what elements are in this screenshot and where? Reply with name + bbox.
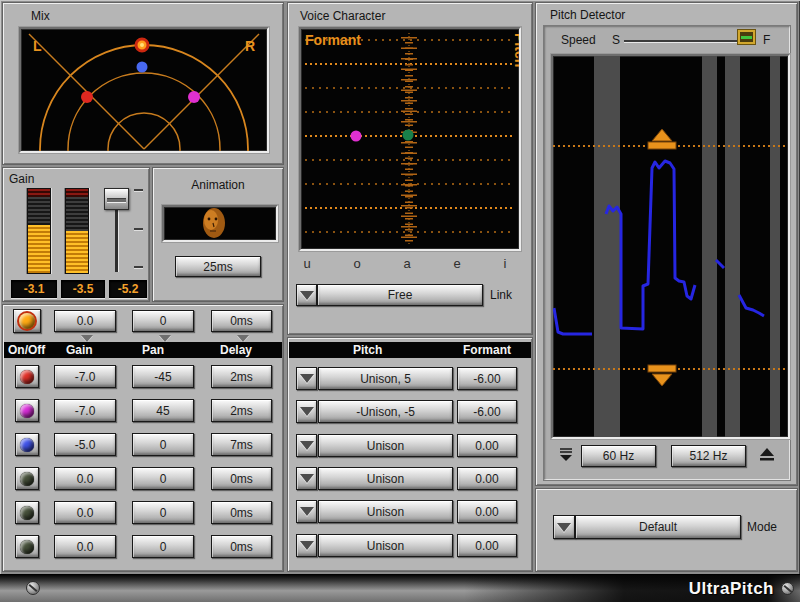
- master-pan-button[interactable]: 0: [132, 310, 194, 332]
- pitch-2-formant-button[interactable]: -6.00: [457, 400, 517, 423]
- animation-rate-button[interactable]: 25ms: [175, 256, 261, 277]
- high-threshold-marker-bar[interactable]: [648, 142, 676, 149]
- animation-panel-title: Animation: [153, 178, 283, 192]
- meter-unlit-zone: [28, 197, 50, 225]
- voice-character-dot-magenta[interactable]: [351, 131, 362, 142]
- dropdown-arrow-icon: [300, 474, 314, 483]
- low-threshold-marker-icon[interactable]: [652, 374, 672, 386]
- mix-display: L R: [19, 27, 269, 153]
- range-min-icon[interactable]: [557, 447, 575, 463]
- pitch-4-formant-button[interactable]: 0.00: [457, 467, 517, 490]
- gain-fader-value: -5.2: [109, 280, 147, 298]
- pitch-6-interval-button[interactable]: Unison: [318, 534, 453, 557]
- voice-6-onoff-button[interactable]: [15, 535, 39, 558]
- master-onoff-button[interactable]: [13, 309, 41, 333]
- voice-4-pan-button[interactable]: 0: [132, 467, 194, 490]
- voice-6-pan-button[interactable]: 0: [132, 535, 194, 558]
- header-onoff: On/Off: [8, 343, 45, 357]
- speed-slow-label: S: [612, 33, 620, 47]
- pitch-6-dropdown-button[interactable]: [296, 534, 317, 557]
- voice-3-gain-button[interactable]: -5.0: [54, 433, 116, 456]
- master-gain-button[interactable]: 0.0: [54, 310, 116, 332]
- pitch-3-interval-button[interactable]: Unison: [318, 434, 453, 457]
- fader-tick: [134, 228, 143, 230]
- voice-4-onoff-button[interactable]: [15, 467, 39, 490]
- high-frequency-button[interactable]: 512 Hz: [671, 445, 746, 467]
- link-mode-dropdown-button[interactable]: [296, 284, 317, 306]
- voice-4-delay-button[interactable]: 0ms: [211, 467, 272, 490]
- pitch-detector-title: Pitch Detector: [550, 8, 625, 22]
- master-delay-button[interactable]: 0ms: [211, 310, 272, 332]
- pitch-1-dropdown-button[interactable]: [296, 367, 317, 390]
- detector-stripe: [702, 56, 717, 437]
- gain-panel: Gain -3.1 -3.5 -5.2: [2, 167, 150, 302]
- voice-6-gain-button[interactable]: 0.0: [54, 535, 116, 558]
- voice-3-onoff-button[interactable]: [15, 433, 39, 456]
- voice-1-pan-button[interactable]: -45: [132, 365, 194, 388]
- header-pitch: Pitch: [353, 343, 382, 357]
- voice-1-delay-button[interactable]: 2ms: [211, 365, 272, 388]
- mix-left-speaker-label: L: [33, 38, 42, 54]
- speed-slider-track[interactable]: [624, 40, 740, 42]
- detector-stripe: [594, 56, 620, 437]
- pitch-5-formant-button[interactable]: 0.00: [457, 500, 517, 523]
- high-threshold-marker-icon[interactable]: [652, 129, 672, 141]
- pitch-6-formant-button[interactable]: 0.00: [457, 534, 517, 557]
- mix-panel: Mix L R: [2, 2, 284, 165]
- link-label: Link: [490, 288, 512, 302]
- voice-2-pan-button[interactable]: 45: [132, 399, 194, 422]
- link-mode-value-button[interactable]: Free: [317, 284, 483, 306]
- voice-character-dot-green[interactable]: [403, 130, 414, 141]
- low-threshold-marker-bar[interactable]: [648, 365, 676, 372]
- pitch-5-interval-button[interactable]: Unison: [318, 500, 453, 523]
- ultrapitch-plugin-window: Mix L R Gain: [0, 0, 800, 602]
- voice-2-delay-button[interactable]: 2ms: [211, 399, 272, 422]
- mix-dot-voice-red[interactable]: [81, 91, 93, 103]
- range-max-icon[interactable]: [758, 447, 776, 463]
- formant-axis-label: Formant: [305, 32, 361, 48]
- header-pan: Pan: [142, 343, 164, 357]
- header-formant: Formant: [463, 343, 511, 357]
- mode-value-button[interactable]: Default: [575, 515, 741, 539]
- pitch-3-dropdown-button[interactable]: [296, 434, 317, 457]
- pitch-detector-display: [551, 54, 790, 439]
- dropdown-arrow-icon: [300, 541, 314, 550]
- voice-5-delay-button[interactable]: 0ms: [211, 501, 272, 524]
- mix-pad-graphic: L R: [21, 29, 267, 151]
- voice-4-gain-button[interactable]: 0.0: [54, 467, 116, 490]
- voice-6-delay-button[interactable]: 0ms: [211, 535, 272, 558]
- low-frequency-button[interactable]: 60 Hz: [581, 445, 656, 467]
- speed-fast-label: F: [763, 33, 770, 47]
- pitch-4-dropdown-button[interactable]: [296, 467, 317, 490]
- range-min-triangle: [560, 455, 572, 461]
- voice-1-gain-button[interactable]: -7.0: [54, 365, 116, 388]
- mix-dot-voice-blue[interactable]: [137, 62, 148, 73]
- pitch-2-dropdown-button[interactable]: [296, 400, 317, 423]
- pitch-1-interval-button[interactable]: Unison, 5: [318, 367, 453, 390]
- pitch-2-interval-button[interactable]: -Unison, -5: [318, 400, 453, 423]
- screw-icon: [781, 582, 794, 595]
- pitch-4-interval-button[interactable]: Unison: [318, 467, 453, 490]
- mix-dot-voice-magenta[interactable]: [188, 91, 200, 103]
- column-pointer-icon: [159, 335, 171, 342]
- voice-3-delay-button[interactable]: 7ms: [211, 433, 272, 456]
- voice-3-pan-button[interactable]: 0: [132, 433, 194, 456]
- voice-1-onoff-button[interactable]: [15, 365, 39, 388]
- mix-arc-outer: [40, 45, 248, 151]
- gain-fader-handle[interactable]: [104, 188, 129, 210]
- pitch-3-formant-button[interactable]: 0.00: [457, 434, 517, 457]
- voice-2-gain-button[interactable]: -7.0: [54, 399, 116, 422]
- pitch-5-dropdown-button[interactable]: [296, 500, 317, 523]
- voice-5-pan-button[interactable]: 0: [132, 501, 194, 524]
- mix-arc-inner: [108, 113, 180, 151]
- voice-2-onoff-button[interactable]: [15, 399, 39, 422]
- gain-meter-left: [27, 188, 51, 274]
- mode-panel: Default Mode: [535, 488, 798, 572]
- range-min-lines: [560, 449, 572, 452]
- voice-5-gain-button[interactable]: 0.0: [54, 501, 116, 524]
- pitch-1-formant-button[interactable]: -6.00: [457, 367, 517, 390]
- mode-label: Mode: [747, 520, 777, 534]
- speed-slider-handle[interactable]: [738, 30, 755, 44]
- voice-5-onoff-button[interactable]: [15, 501, 39, 524]
- mode-dropdown-button[interactable]: [553, 515, 575, 539]
